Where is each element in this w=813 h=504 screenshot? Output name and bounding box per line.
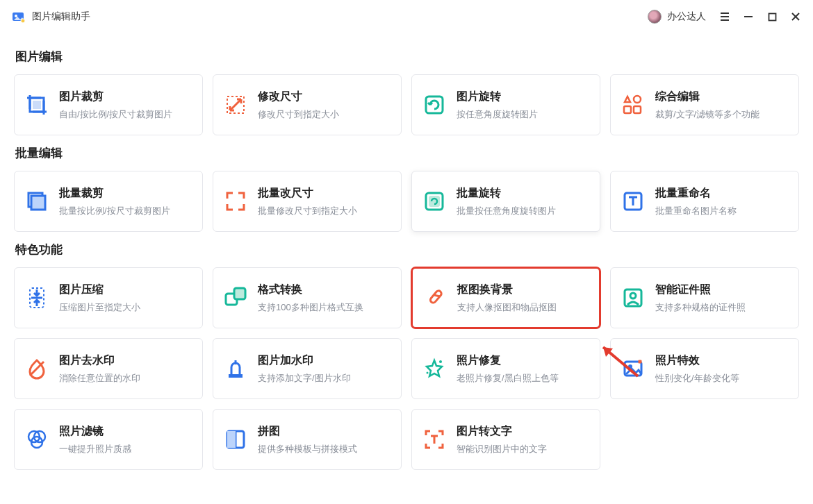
idphoto-icon [622,287,644,309]
card-desc: 批量修改尺寸到指定大小 [258,205,357,217]
grid-batch: 批量裁剪 批量按比例/按尺寸裁剪图片 批量改尺寸 批量修改尺寸到指定大小 批量旋… [14,171,799,232]
card-desc: 提供多种模板与拼接模式 [258,443,357,455]
card-desc: 消除任意位置的水印 [59,372,140,385]
card-title: 图片去水印 [59,353,140,368]
minimize-button[interactable] [742,10,755,23]
app-logo-icon [11,10,25,24]
batch-rotate-icon [423,190,445,212]
close-button[interactable] [789,10,802,23]
card-batch-rotate[interactable]: 批量旋转 批量按任意角度旋转图片 [411,171,600,232]
card-title: 修改尺寸 [258,90,339,104]
card-title: 图片裁剪 [59,90,172,104]
card-title: 图片压缩 [59,283,140,297]
section-heading-edit: 图片编辑 [15,49,799,65]
card-title: 图片加水印 [258,353,351,368]
card-desc: 压缩图片至指定大小 [59,301,140,314]
card-crop[interactable]: 图片裁剪 自由/按比例/按尺寸裁剪图片 [14,74,203,135]
card-batch-resize[interactable]: 批量改尺寸 批量修改尺寸到指定大小 [213,171,402,232]
card-desc: 智能识别图片中的文字 [457,443,547,455]
svg-rect-38 [769,13,775,20]
card-desc: 性别变化/年龄变化等 [655,372,739,385]
card-desc: 支持多种规格的证件照 [655,301,746,314]
card-compress[interactable]: 图片压缩 压缩图片至指定大小 [14,267,203,328]
card-desc: 批量按比例/按尺寸裁剪图片 [59,205,170,217]
card-title: 拼图 [258,424,357,439]
card-title: 照片滤镜 [59,424,131,439]
card-title: 格式转换 [258,283,363,297]
card-desc: 批量按任意角度旋转图片 [457,205,556,217]
user-area[interactable]: 办公达人 [648,10,706,24]
card-title: 批量重命名 [655,186,737,201]
menu-button[interactable] [718,10,731,23]
content: 图片编辑 图片裁剪 自由/按比例/按尺寸裁剪图片 修改尺寸 修改尺寸到指定大小 … [0,31,813,484]
card-filter[interactable]: 照片滤镜 一键提升照片质感 [14,409,203,470]
compress-icon [26,287,48,309]
card-rotate[interactable]: 图片旋转 按任意角度旋转图片 [411,74,600,135]
grid-edit: 图片裁剪 自由/按比例/按尺寸裁剪图片 修改尺寸 修改尺寸到指定大小 图片旋转 … [14,74,799,135]
remove-watermark-icon [26,358,48,380]
card-collage[interactable]: 拼图 提供多种模板与拼接模式 [213,409,402,470]
window-controls [718,10,802,23]
grid-special: 图片压缩 压缩图片至指定大小 格式转换 支持100多种图片格式互换 抠图换背景 … [14,267,799,470]
ocr-icon [423,428,445,451]
card-convert[interactable]: 格式转换 支持100多种图片格式互换 [213,267,402,328]
avatar-icon [648,10,662,24]
rename-icon [622,190,644,212]
card-title: 批量旋转 [457,186,556,201]
card-resize[interactable]: 修改尺寸 修改尺寸到指定大小 [213,74,402,135]
username: 办公达人 [667,10,706,23]
card-desc: 支持100多种图片格式互换 [258,301,363,314]
resize-icon [224,94,247,116]
card-desc: 支持人像抠图和物品抠图 [457,301,557,314]
card-batch-rename[interactable]: 批量重命名 批量重命名图片名称 [610,171,799,232]
card-title: 照片修复 [457,353,559,368]
card-desc: 一键提升照片质感 [59,443,131,455]
card-effects[interactable]: 照片特效 性别变化/年龄变化等 [610,338,799,399]
card-add-watermark[interactable]: 图片加水印 支持添加文字/图片水印 [213,338,402,399]
effects-icon [622,358,644,380]
card-title: 综合编辑 [655,90,759,104]
batch-crop-icon [26,190,48,212]
card-title: 图片旋转 [457,90,538,104]
titlebar-right: 办公达人 [648,10,802,24]
wand-icon [424,287,446,309]
titlebar: 图片编辑助手 办公达人 [0,0,813,31]
app-title: 图片编辑助手 [32,10,90,23]
section-heading-batch: 批量编辑 [15,145,799,161]
card-desc: 老照片修复/黑白照上色等 [457,372,559,385]
card-idphoto[interactable]: 智能证件照 支持多种规格的证件照 [610,267,799,328]
card-desc: 自由/按比例/按尺寸裁剪图片 [59,108,172,121]
card-desc: 裁剪/文字/滤镜等多个功能 [655,108,759,121]
card-remove-watermark[interactable]: 图片去水印 消除任意位置的水印 [14,338,203,399]
restore-icon [423,358,445,380]
convert-icon [224,287,247,309]
card-desc: 修改尺寸到指定大小 [258,108,339,121]
card-restore[interactable]: 照片修复 老照片修复/黑白照上色等 [411,338,600,399]
card-desc: 按任意角度旋转图片 [457,108,538,121]
card-multi-edit[interactable]: 综合编辑 裁剪/文字/滤镜等多个功能 [610,74,799,135]
crop-icon [26,94,48,116]
filter-icon [26,428,48,451]
collage-icon [224,428,247,451]
card-title: 照片特效 [655,353,739,368]
card-title: 图片转文字 [457,424,547,439]
rotate-icon [423,94,445,116]
card-title: 批量改尺寸 [258,186,357,201]
card-desc: 支持添加文字/图片水印 [258,372,351,385]
maximize-button[interactable] [766,10,778,23]
shapes-icon [622,94,644,116]
card-cutout[interactable]: 抠图换背景 支持人像抠图和物品抠图 [411,267,600,328]
titlebar-left: 图片编辑助手 [11,10,90,24]
expand-icon [224,190,247,212]
card-title: 抠图换背景 [457,283,557,297]
card-desc: 批量重命名图片名称 [655,205,737,217]
card-batch-crop[interactable]: 批量裁剪 批量按比例/按尺寸裁剪图片 [14,171,203,232]
add-watermark-icon [224,358,247,380]
card-ocr[interactable]: 图片转文字 智能识别图片中的文字 [411,409,600,470]
section-heading-special: 特色功能 [15,242,799,258]
card-title: 智能证件照 [655,283,746,297]
card-title: 批量裁剪 [59,186,170,201]
